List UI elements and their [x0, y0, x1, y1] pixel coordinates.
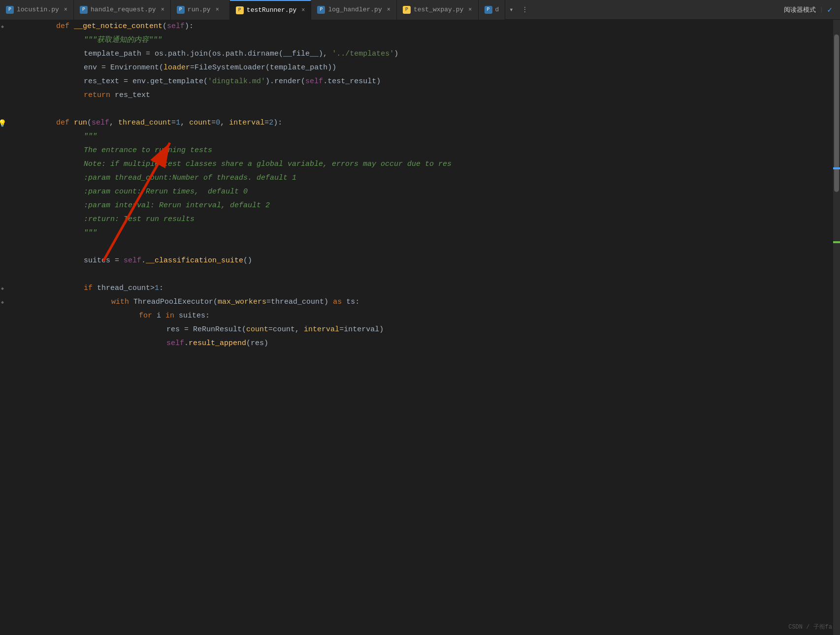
gutter-line-7 — [0, 102, 21, 116]
tab-locustin[interactable]: P locustin.py × — [0, 0, 74, 20]
fold-icon-21[interactable]: ◆ — [1, 299, 4, 305]
code-line-14: :param interval: Rerun interval, default… — [29, 199, 840, 213]
vertical-scrollbar[interactable] — [833, 20, 840, 635]
code-line-7 — [29, 102, 840, 116]
code-line-2: """获取通知的内容""" — [29, 33, 840, 47]
gutter-line-13 — [0, 185, 21, 199]
gutter-line-11 — [0, 158, 21, 171]
tab-close-wxpay[interactable]: × — [468, 6, 472, 13]
tab-d[interactable]: P d — [479, 0, 506, 20]
code-line-15: :return: Test run results — [29, 213, 840, 226]
code-line-11: Note: if multiple test classes share a g… — [29, 158, 840, 171]
fold-icon-20[interactable]: ◆ — [1, 286, 4, 291]
gutter-line-2 — [0, 33, 21, 47]
code-line-3: template_path = os.path.join(os.path.dir… — [29, 47, 840, 61]
gutter-line-12 — [0, 171, 21, 185]
gutter-line-8: ◆ 💡 — [0, 116, 21, 130]
gutter-line-3 — [0, 47, 21, 61]
gutter-line-19 — [0, 268, 21, 282]
gutter-line-6 — [0, 89, 21, 102]
tab-bar: P locustin.py × P handle_request.py × P … — [0, 0, 840, 20]
gutter-line-17 — [0, 240, 21, 254]
tab-label-d: d — [495, 6, 499, 13]
gutter-line-10 — [0, 144, 21, 158]
tab-menu-btn[interactable]: ⋮ — [517, 0, 532, 20]
scrollbar-mark-blue — [833, 167, 840, 169]
tab-close-run[interactable]: × — [216, 6, 219, 13]
code-line-6: return res_text — [29, 89, 840, 102]
code-line-17 — [29, 240, 840, 254]
gutter-line-21: ◆ — [0, 295, 21, 309]
tab-overflow-btn[interactable]: ▾ — [505, 0, 517, 20]
code-line-1: def __get_notice_content ( self ): — [29, 20, 840, 33]
gutter-line-24 — [0, 337, 21, 350]
code-line-21: with ThreadPoolExecutor( max_workers = t… — [29, 295, 840, 309]
reader-mode-label: 阅读器模式 — [784, 5, 816, 14]
reader-mode-area: 阅读器模式 | ✓ — [776, 5, 840, 15]
line-gutter: ◆ ◆ 💡 — [0, 20, 25, 635]
tab-icon-wxpay: P — [403, 6, 411, 14]
tab-icon-handle: P — [80, 6, 88, 14]
lightbulb-icon-8[interactable]: 💡 — [0, 119, 6, 127]
gutter-line-9 — [0, 130, 21, 144]
code-line-23: res = ReRunResult( count = count, interv… — [29, 323, 840, 337]
tab-label-testrunner: testRunner.py — [247, 6, 296, 14]
gutter-line-16 — [0, 226, 21, 240]
gutter-line-1: ◆ — [0, 20, 21, 33]
code-line-8: def run ( self , thread_count = 1 , coun… — [29, 116, 840, 130]
tab-label-run: run.py — [188, 6, 211, 13]
reader-mode-divider: | — [820, 6, 824, 13]
code-line-13: :param count: Rerun times, default 0 — [29, 185, 840, 199]
tab-close-handle[interactable]: × — [161, 6, 164, 13]
tab-icon-d: P — [485, 6, 492, 14]
tab-icon-log: P — [317, 6, 325, 14]
gutter-line-18 — [0, 254, 21, 268]
tab-icon-locustin: P — [6, 6, 14, 14]
gutter-line-23 — [0, 323, 21, 337]
code-line-10: The entrance to running tests — [29, 144, 840, 158]
gutter-line-15 — [0, 213, 21, 226]
fn-get-notice: __get_notice_content — [74, 20, 162, 33]
scrollbar-mark-green — [833, 241, 840, 243]
gutter-line-14 — [0, 199, 21, 213]
tab-log-handler[interactable]: P log_handler.py × — [311, 0, 396, 20]
fold-icon-1[interactable]: ◆ — [1, 24, 4, 30]
gutter-line-22 — [0, 309, 21, 323]
code-line-16: """ — [29, 226, 840, 240]
tab-icon-testrunner: P — [236, 6, 244, 14]
tab-handle-request[interactable]: P handle_request.py × — [74, 0, 171, 20]
docstring-get-notice: """获取通知的内容""" — [84, 33, 162, 47]
tab-testrunner[interactable]: P testRunner.py × — [230, 0, 312, 20]
reader-mode-check[interactable]: ✓ — [827, 5, 832, 15]
tab-close-log[interactable]: × — [387, 6, 390, 13]
kw-def-1: def — [56, 20, 74, 33]
code-line-4: env = Environment( loader = FileSystemLo… — [29, 61, 840, 75]
tab-icon-run: P — [177, 6, 185, 14]
csdn-watermark: CSDN / 子衔fa — [788, 623, 832, 631]
code-line-18: suites = self . __classification_suite (… — [29, 254, 840, 268]
tab-label-handle: handle_request.py — [91, 6, 156, 13]
code-line-24: self . result_append (res) — [29, 337, 840, 350]
code-content: def __get_notice_content ( self ): """获取… — [25, 20, 840, 635]
code-line-5: res_text = env.get_template( 'dingtalk.m… — [29, 75, 840, 89]
tab-label-locustin: locustin.py — [17, 6, 59, 13]
tab-label-log: log_handler.py — [328, 6, 382, 13]
tab-label-wxpay: test_wxpay.py — [414, 6, 463, 13]
code-line-22: for i in suites: — [29, 309, 840, 323]
code-line-12: :param thread_count:Number of threads. d… — [29, 171, 840, 185]
tab-run[interactable]: P run.py × — [171, 0, 230, 20]
tab-test-wxpay[interactable]: P test_wxpay.py × — [397, 0, 479, 20]
code-line-9: """ — [29, 130, 840, 144]
gutter-line-4 — [0, 61, 21, 75]
editor-area: ◆ ◆ 💡 — [0, 20, 840, 635]
code-line-19 — [29, 268, 840, 282]
tab-close-testrunner[interactable]: × — [301, 7, 305, 14]
code-line-20: if thread_count > 1 : — [29, 282, 840, 295]
gutter-line-5 — [0, 75, 21, 89]
gutter-line-20: ◆ — [0, 282, 21, 295]
tab-close-locustin[interactable]: × — [64, 6, 67, 13]
